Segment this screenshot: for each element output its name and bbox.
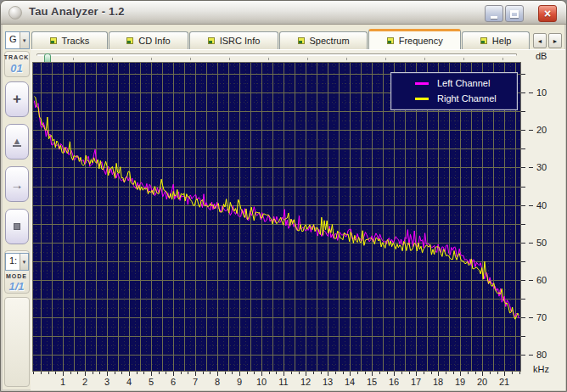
tab-help[interactable]: Help: [462, 31, 530, 49]
tab-flag-icon: [126, 37, 133, 44]
tab-label: Help: [492, 36, 512, 46]
khz-tick-label: 12: [297, 377, 314, 387]
khz-tick: [482, 372, 483, 376]
khz-tick: [70, 372, 71, 374]
khz-tick-label: 9: [231, 377, 248, 387]
db-tick-label: 60: [536, 275, 553, 285]
db-tick: [521, 317, 525, 318]
khz-tick: [77, 372, 78, 374]
db-tick: [521, 148, 525, 149]
title-bar[interactable]: Tau Analyzer - 1.2 ×: [1, 1, 566, 25]
tab-scroll-right-button[interactable]: ►: [548, 33, 562, 48]
khz-tick: [424, 372, 424, 374]
sidebar: TRACK 01 1: ▼ MODE 1/1 +▲→: [3, 49, 31, 390]
db-tick-dash: [529, 280, 533, 281]
khz-tick: [379, 372, 380, 374]
khz-tick: [409, 372, 410, 374]
db-tick: [521, 336, 525, 337]
khz-tick: [195, 372, 196, 376]
khz-tick-label: 2: [76, 377, 93, 387]
close-button[interactable]: ×: [538, 5, 557, 22]
tab-scroll-left-button[interactable]: ◄: [533, 33, 547, 48]
khz-tick: [504, 372, 505, 376]
series-left-channel: [34, 101, 519, 319]
khz-tick: [291, 372, 292, 374]
stop-button[interactable]: [5, 209, 29, 244]
khz-tick: [269, 372, 270, 374]
slider-tick: [346, 58, 347, 60]
khz-tick-label: 15: [363, 377, 380, 387]
slider-tick: [190, 58, 191, 60]
db-tick: [521, 299, 525, 300]
khz-tick: [247, 372, 248, 374]
add-track-button[interactable]: +: [5, 81, 29, 117]
khz-tick: [438, 372, 439, 376]
zoom-slider[interactable]: [36, 53, 517, 56]
db-tick: [521, 167, 525, 168]
khz-tick: [129, 372, 130, 376]
khz-tick: [239, 372, 240, 376]
khz-tick: [188, 372, 188, 374]
maximize-icon: [510, 10, 519, 18]
minimize-icon: [491, 16, 497, 19]
khz-tick-label: 10: [253, 377, 270, 387]
maximize-button[interactable]: [505, 5, 524, 22]
khz-tick: [431, 372, 432, 374]
khz-tick: [210, 372, 211, 374]
khz-tick: [416, 372, 417, 376]
legend-color-dash: [415, 98, 429, 100]
tab-frequency[interactable]: Frequency: [368, 29, 461, 49]
tab-label: CD Info: [138, 36, 170, 46]
khz-tick: [115, 372, 115, 374]
plus-icon: +: [13, 91, 21, 108]
khz-tick: [519, 372, 520, 374]
arrow-right-icon: →: [11, 177, 24, 192]
khz-tick: [48, 372, 49, 374]
legend-item: Right Channel: [415, 93, 517, 104]
khz-tick: [335, 372, 336, 374]
khz-tick: [232, 372, 233, 374]
khz-tick: [343, 372, 344, 374]
tab-isrc-info[interactable]: ISRC Info: [189, 31, 278, 49]
close-icon: ×: [544, 8, 551, 20]
khz-tick: [173, 372, 174, 376]
khz-tick: [203, 372, 204, 374]
db-tick-label: 80: [536, 350, 553, 360]
stop-square-icon: [14, 223, 20, 230]
eject-button[interactable]: ▲: [5, 124, 29, 160]
tab-flag-icon: [298, 37, 305, 44]
khz-tick-label: 14: [341, 377, 358, 387]
arrow-right-icon: ►: [553, 38, 559, 44]
db-tick-dash: [529, 167, 533, 168]
slider-tick: [268, 58, 269, 60]
chevron-down-icon[interactable]: ▼: [20, 254, 28, 270]
khz-tick: [276, 372, 277, 374]
slider-tick: [385, 58, 386, 60]
play-button[interactable]: →: [5, 166, 29, 202]
group-combo[interactable]: G ▼: [5, 31, 30, 49]
legend-item: Left Channel: [415, 78, 517, 88]
db-tick-dash: [529, 92, 533, 93]
slider-tick: [73, 58, 74, 60]
db-axis-unit: dB: [536, 51, 547, 61]
window-title: Tau Analyzer - 1.2: [29, 5, 125, 18]
chevron-down-icon[interactable]: ▼: [20, 32, 29, 48]
khz-tick-label: 3: [98, 377, 115, 387]
tab-spectrum[interactable]: Spectrum: [279, 31, 368, 49]
minimize-button[interactable]: [485, 5, 503, 22]
legend: Left ChannelRight Channel: [390, 72, 518, 110]
khz-tick: [159, 372, 160, 374]
khz-tick: [394, 372, 395, 376]
db-tick-dash: [529, 355, 533, 356]
db-tick-dash: [529, 317, 533, 318]
khz-tick: [63, 372, 64, 376]
tab-cd-info[interactable]: CD Info: [109, 31, 188, 49]
khz-tick: [365, 372, 366, 374]
tab-flag-icon: [208, 37, 215, 44]
mode-combo[interactable]: 1: ▼: [5, 253, 29, 271]
frequency-plot: Left ChannelRight Channel: [33, 63, 520, 371]
khz-tick: [468, 372, 469, 374]
tab-tracks[interactable]: Tracks: [31, 31, 108, 49]
db-tick: [521, 205, 525, 206]
slider-tick: [424, 58, 425, 60]
